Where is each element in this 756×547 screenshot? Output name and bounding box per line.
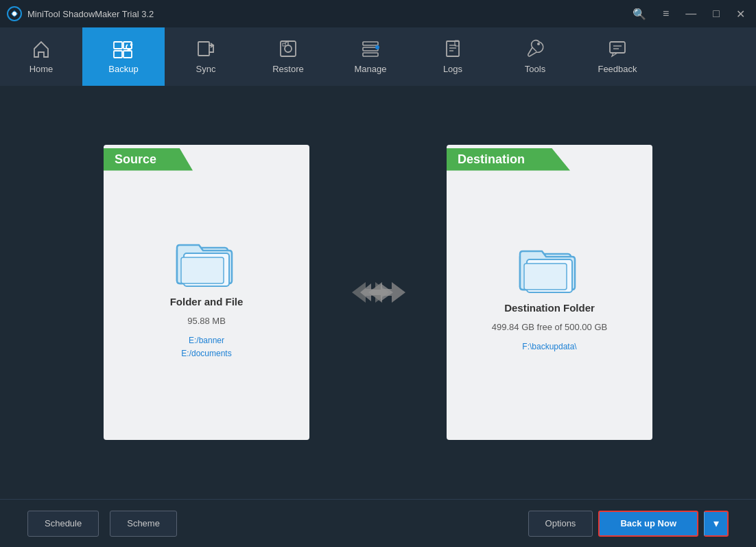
nav-item-feedback[interactable]: Feedback	[576, 27, 659, 86]
destination-path: F:\backupdata\	[522, 340, 576, 353]
nav-item-home[interactable]: Home	[0, 27, 82, 86]
nav-label-tools: Tools	[525, 64, 545, 74]
source-size: 95.88 MB	[187, 316, 226, 326]
source-card[interactable]: Source Folder and File 95.88 MB E:/banne…	[104, 145, 309, 440]
close-button[interactable]: ✕	[732, 6, 749, 22]
svg-rect-9	[283, 43, 285, 46]
svg-rect-29	[524, 264, 567, 290]
source-paths: E:/banner E:/documents	[181, 334, 231, 360]
bottom-left-buttons: Schedule Scheme	[27, 511, 177, 537]
options-button[interactable]: Options	[528, 511, 593, 537]
nav-item-backup[interactable]: Backup	[82, 27, 165, 86]
svg-rect-21	[610, 42, 625, 53]
tools-icon	[525, 39, 545, 61]
destination-card[interactable]: Destination Destination Folder 499.84 GB…	[447, 145, 652, 440]
nav-item-sync[interactable]: Sync	[165, 27, 247, 86]
nav-label-restore: Restore	[272, 64, 304, 74]
svg-point-13	[375, 45, 379, 49]
home-icon	[32, 39, 51, 61]
svg-rect-12	[363, 53, 378, 56]
svg-line-19	[532, 47, 536, 51]
manage-icon	[361, 39, 380, 61]
bottom-right-buttons: Options Back up Now ▾	[528, 511, 729, 537]
backup-icon	[113, 39, 134, 61]
arrows-container	[351, 275, 405, 310]
bottombar: Schedule Scheme Options Back up Now ▾	[0, 499, 756, 547]
sync-icon	[196, 39, 215, 61]
destination-folder-icon	[519, 244, 580, 294]
nav-label-feedback: Feedback	[598, 64, 637, 74]
source-label: Source	[104, 148, 193, 171]
forward-arrows-icon	[351, 275, 405, 310]
nav-item-tools[interactable]: Tools	[494, 27, 576, 86]
svg-rect-4	[114, 51, 122, 58]
svg-rect-6	[198, 42, 209, 56]
minimize-button[interactable]: —	[681, 6, 700, 22]
app-logo-icon	[7, 6, 22, 21]
main-content: Source Folder and File 95.88 MB E:/banne…	[0, 86, 756, 499]
nav-item-manage[interactable]: Manage	[329, 27, 412, 86]
nav-item-restore[interactable]: Restore	[247, 27, 329, 86]
svg-rect-2	[114, 42, 122, 49]
destination-label: Destination	[447, 148, 570, 171]
nav-item-logs[interactable]: Logs	[412, 27, 494, 86]
maximize-button[interactable]: □	[709, 6, 724, 22]
feedback-icon	[608, 39, 627, 61]
app-title: MiniTool ShadowMaker Trial 3.2	[27, 9, 154, 19]
nav-label-logs: Logs	[443, 64, 462, 74]
destination-free-space: 499.84 GB free of 500.00 GB	[492, 322, 607, 332]
svg-point-1	[12, 12, 16, 16]
source-card-header: Source	[104, 145, 193, 174]
backup-dropdown-button[interactable]: ▾	[704, 511, 729, 537]
svg-rect-14	[447, 41, 459, 56]
menu-button[interactable]: ≡	[659, 6, 673, 22]
destination-card-content: Destination Folder 499.84 GB free of 500…	[492, 244, 607, 353]
svg-rect-10	[363, 42, 378, 45]
schedule-button[interactable]: Schedule	[27, 511, 99, 537]
titlebar-left: MiniTool ShadowMaker Trial 3.2	[7, 6, 154, 21]
nav-label-home: Home	[29, 64, 54, 74]
svg-rect-26	[181, 257, 224, 283]
destination-card-header: Destination	[447, 145, 570, 174]
scheme-button[interactable]: Scheme	[110, 511, 177, 537]
svg-point-20	[537, 43, 540, 45]
source-title: Folder and File	[170, 296, 244, 307]
navbar: Home Backup Sync	[0, 27, 756, 86]
logs-icon	[443, 39, 462, 61]
titlebar: MiniTool ShadowMaker Trial 3.2 🔍 ≡ — □ ✕	[0, 0, 756, 27]
source-folder-icon	[176, 238, 237, 288]
backup-now-button[interactable]: Back up Now	[598, 511, 698, 537]
restore-icon	[279, 39, 298, 61]
destination-title: Destination Folder	[504, 302, 595, 314]
svg-rect-5	[123, 51, 132, 58]
nav-label-backup: Backup	[108, 64, 138, 74]
titlebar-controls: 🔍 ≡ — □ ✕	[628, 6, 749, 22]
source-card-content: Folder and File 95.88 MB E:/banner E:/do…	[170, 238, 244, 360]
nav-label-sync: Sync	[196, 64, 216, 74]
nav-label-manage: Manage	[355, 64, 387, 74]
search-button[interactable]: 🔍	[628, 6, 650, 22]
